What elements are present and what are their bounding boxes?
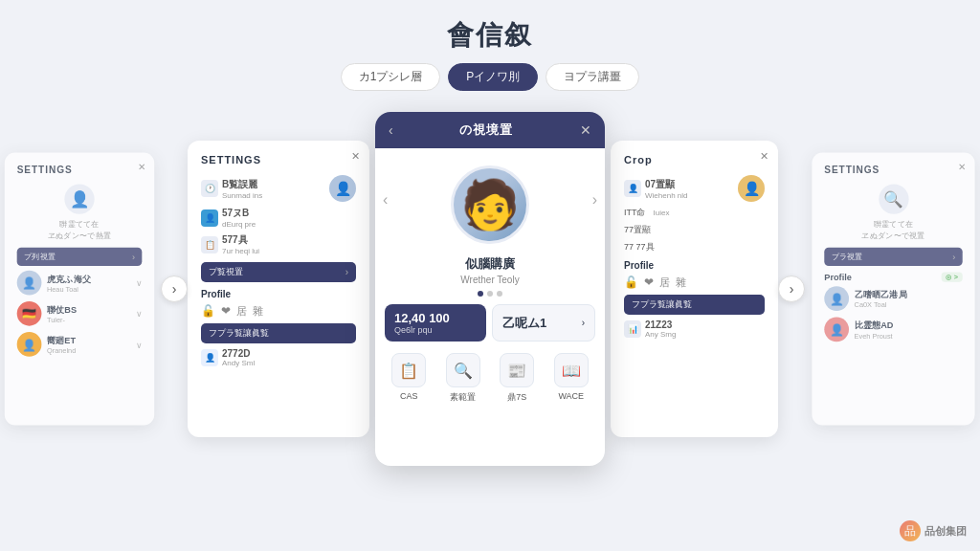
card3-stat1-info: 07置顯 Wiehenh nld: [645, 178, 687, 200]
card4-profile: Profile ◎ >: [824, 273, 962, 282]
watermark: 品 品创集团: [900, 520, 967, 541]
card3-substat-info: 21Z23 Any Smg: [645, 320, 676, 339]
card4-user2-info: 比霊態AD Eveh Proust: [855, 320, 963, 340]
dot-3: [497, 291, 502, 297]
center-nav-close[interactable]: ✕: [580, 122, 591, 138]
card2-subuser: 👤 2772D Andy Sml: [201, 348, 356, 367]
book-icon-box: 📖: [554, 353, 589, 387]
center-avatar: 🧑: [451, 165, 529, 244]
card4-title: SETTINGS: [824, 165, 962, 175]
card3-icon-lock: 🔓: [624, 276, 638, 290]
page-title: 會信叙: [341, 17, 640, 54]
center-avatar-next[interactable]: ›: [592, 191, 597, 209]
card-1: SETTINGS ✕ 👤 聨霊てて在 ヱぬダン〜で熱置 プ列視置 › 👤 虎克ふ…: [5, 152, 154, 425]
center-icon-cas[interactable]: 📋 CAS: [385, 353, 434, 404]
center-stat-1: 12,40 100 Qe6lr pqu: [385, 304, 486, 342]
card2-subuser-info: 2772D Andy Sml: [222, 348, 255, 367]
center-stat-2[interactable]: 乙呢ム1 ›: [492, 304, 595, 342]
card1-user1-avatar: 👤: [17, 271, 42, 296]
card2-stat1-avatar: 👤: [329, 175, 356, 202]
card2-stat3-info: 577具 7ur heqi lui: [222, 233, 259, 255]
card3-profile: Profile: [624, 260, 765, 271]
card2-close[interactable]: ✕: [351, 150, 360, 163]
card4-user1-info: 乙嗜晒乙港局 Ca0X Toal: [855, 289, 963, 309]
center-icon-search[interactable]: 🔍 素範置: [439, 353, 488, 404]
card3-stat-3: 77置顯: [624, 224, 765, 236]
card2-subsection: フプラ覧讓眞覧: [201, 323, 356, 343]
card2-profile: Profile: [201, 289, 356, 299]
dot-2: [487, 291, 493, 297]
card2-subuser-icon: 👤: [201, 349, 218, 366]
card1-user1-info: 虎克ふ海父 Heau Toal: [47, 273, 136, 293]
center-card: ‹ の視境置 ✕ ‹ 🧑 › 似腦購廣 Wrether Teoly 12,40 …: [375, 112, 605, 466]
card1-label1: 聨霊てて在: [17, 218, 143, 230]
card3-stat-1: 👤 07置顯 Wiehenh nld 👤: [624, 175, 765, 202]
card4-top-avatar: 🔍: [879, 185, 908, 214]
card1-user3-info: 嚮廻ET Qranelnd: [47, 334, 136, 354]
card2-stat-2: 👤 57ヌB dEurq pre: [201, 207, 356, 229]
card3-substat-icon: 📊: [624, 320, 641, 338]
watermark-icon: 品: [900, 520, 921, 541]
card1-user-2: 🇩🇪 聯仗BS Tuler- ∨: [17, 301, 143, 326]
card4-label2: ヱぬダン〜で視置: [824, 230, 962, 241]
center-nav-back[interactable]: ‹: [389, 122, 393, 138]
doc-label: 鼎7S: [507, 391, 526, 404]
card2-stat1-icon: 🕐: [201, 180, 218, 197]
center-header: ‹ の視境置 ✕: [375, 112, 605, 148]
card1-user2-avatar: 🇩🇪: [17, 301, 42, 326]
tab-3[interactable]: ヨプラ講畺: [546, 63, 639, 91]
card-3: Crop ✕ 👤 07置顯 Wiehenh nld 👤 ITT命 Iuiex 7…: [611, 141, 778, 437]
stat1-info: 12,40 100 Qe6lr pqu: [394, 311, 450, 335]
card1-user-1: 👤 虎克ふ海父 Heau Toal ∨: [17, 271, 143, 296]
center-avatar-prev[interactable]: ‹: [383, 191, 388, 209]
center-icon-book[interactable]: 📖 WACE: [547, 353, 596, 404]
card4-user-1: 👤 乙嗜晒乙港局 Ca0X Toal: [824, 286, 962, 311]
card1-close[interactable]: ✕: [138, 162, 145, 173]
card3-stat-2: ITT命 Iuiex: [624, 207, 765, 219]
card4-profile-badge: ◎ >: [942, 273, 963, 282]
search-label: 素範置: [450, 391, 476, 404]
card3-stat1-icon: 👤: [624, 180, 641, 197]
card2-stat2-icon: 👤: [201, 209, 218, 227]
card2-section1: プ覧視置 ›: [201, 262, 356, 282]
card2-icon-grid: 雜: [253, 304, 263, 319]
center-user-subtitle: Wrether Teoly: [375, 275, 605, 285]
card-2: SETTINGS ✕ 🕐 B覧誤麗 Sunmad ins 👤 👤 57ヌB dE…: [188, 141, 369, 437]
card4-user2-avatar: 👤: [824, 317, 849, 342]
card1-section1: プ列視置 ›: [17, 248, 143, 266]
card1-user2-info: 聯仗BS Tuler-: [47, 303, 136, 323]
card2-icon-home: 居: [236, 304, 247, 319]
stat2-arrow: ›: [582, 318, 585, 328]
tabs-row: カ1プシレ層 Pイノワ刖 ヨプラ講畺: [341, 63, 640, 91]
arrow-right-1[interactable]: ›: [161, 276, 188, 302]
center-dots: [375, 291, 605, 297]
card4-close[interactable]: ✕: [958, 162, 966, 173]
card3-icons: 🔓 ❤ 居 雜: [624, 276, 765, 290]
card3-substat: 📊 21Z23 Any Smg: [624, 320, 765, 339]
card1-chevron: ›: [132, 252, 135, 261]
center-icon-grid: 📋 CAS 🔍 素範置 📰 鼎7S 📖 WACE: [375, 353, 605, 404]
cas-label: CAS: [400, 391, 418, 401]
card3-close[interactable]: ✕: [760, 150, 768, 163]
center-icon-doc[interactable]: 📰 鼎7S: [493, 353, 542, 404]
card2-icon-heart: ❤: [221, 304, 231, 319]
card1-user3-expand[interactable]: ∨: [136, 340, 142, 349]
card4-avatar-emoji: 🔍: [883, 189, 902, 209]
card2-icon-lock: 🔓: [201, 304, 215, 319]
dot-1: [478, 291, 483, 297]
tab-1[interactable]: カ1プシレ層: [341, 63, 441, 91]
card3-subsection: フプラ覧讓眞覧: [624, 295, 765, 315]
arrow-right-2[interactable]: ›: [778, 276, 805, 302]
center-username: 似腦購廣: [375, 255, 605, 273]
cas-icon-box: 📋: [391, 353, 426, 387]
watermark-text: 品创集团: [924, 524, 967, 539]
card4-user1-avatar: 👤: [824, 286, 849, 311]
doc-icon-box: 📰: [500, 353, 534, 387]
card3-icon-heart: ❤: [644, 276, 654, 290]
card1-user2-expand[interactable]: ∨: [136, 309, 142, 319]
card4-label1: 聨霊てて在: [824, 218, 962, 230]
card3-icon-grid: 雜: [676, 276, 686, 290]
center-avatar-area: ‹ 🧑 ›: [375, 148, 605, 252]
tab-2[interactable]: Pイノワ刖: [448, 63, 538, 91]
card1-user1-expand[interactable]: ∨: [136, 278, 142, 288]
